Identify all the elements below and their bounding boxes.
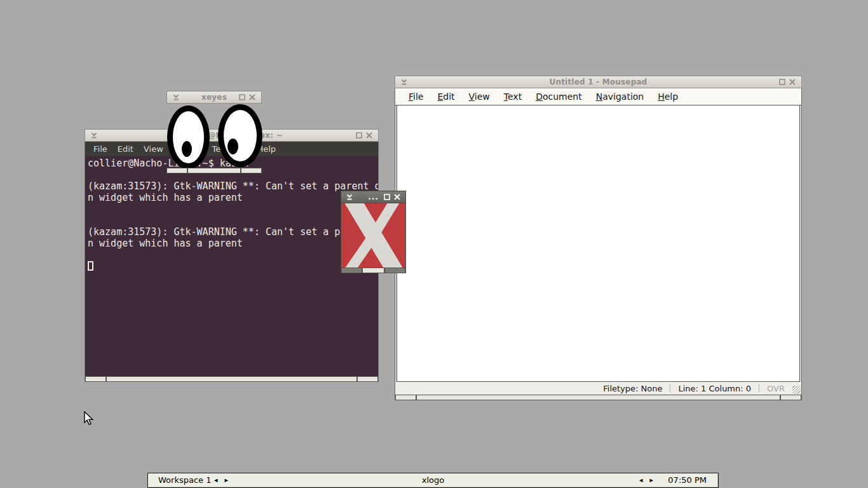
resize-handle-right[interactable] — [241, 168, 262, 173]
close-icon — [393, 193, 401, 201]
maximize-button[interactable] — [237, 92, 247, 102]
window-list-scroller: ◂ ▸ — [639, 473, 653, 487]
terminal-line: n widget which has a parent — [88, 192, 378, 203]
resize-handle-left[interactable] — [166, 168, 187, 173]
resize-grip-icon[interactable] — [792, 386, 801, 394]
close-icon — [248, 93, 256, 101]
maximize-icon — [238, 93, 246, 101]
terminal-line: n widget which has a parent — [88, 238, 378, 249]
maximize-icon — [778, 78, 786, 86]
terminal-menu-file[interactable]: File — [88, 144, 112, 154]
xeyes-bottom-frame — [166, 168, 262, 173]
mousepad-menu-edit[interactable]: Edit — [430, 92, 461, 102]
window-menu-button[interactable] — [399, 77, 409, 87]
window-menu-icon — [400, 78, 408, 86]
resize-handle-left[interactable] — [341, 268, 362, 273]
close-button[interactable] — [787, 77, 797, 87]
maximize-button[interactable] — [777, 77, 787, 87]
resize-handle-bottom[interactable] — [416, 395, 780, 400]
mousepad-text-area[interactable] — [397, 105, 800, 382]
resize-handle-bottom[interactable] — [187, 168, 241, 173]
mousepad-menu-file[interactable]: File — [402, 92, 430, 102]
maximize-button[interactable] — [354, 130, 364, 140]
xeyes-window: xeyes — [166, 91, 262, 173]
window-menu-icon — [172, 93, 180, 101]
mousepad-menu-navigation[interactable]: Navigation — [589, 92, 651, 102]
close-button[interactable] — [364, 130, 374, 140]
workspace-label[interactable]: Workspace 1 — [158, 473, 211, 487]
mousepad-window: Untitled 1 - Mousepad File Edit View Tex… — [395, 76, 802, 400]
mousepad-menu-help[interactable]: Help — [651, 92, 685, 102]
resize-handle-right[interactable] — [780, 395, 801, 400]
terminal-bottom-frame — [85, 376, 378, 382]
terminal-output[interactable]: collier@Nacho-Linux:~$ kazam (kazam:3157… — [85, 156, 378, 376]
terminal-line: (kazam:31573): Gtk-WARNING **: Can't set… — [88, 226, 378, 238]
resize-handle-right[interactable] — [357, 376, 378, 382]
close-button[interactable] — [247, 92, 257, 102]
statusbar-position: Line: 1 Column: 0 — [670, 384, 759, 393]
mousepad-menubar: File Edit View Text Document Navigation … — [395, 88, 801, 105]
x-logo-icon — [341, 203, 405, 268]
resize-handle-bottom[interactable] — [362, 268, 384, 273]
mousepad-bottom-frame — [395, 395, 801, 400]
terminal-line — [88, 203, 378, 215]
statusbar-filetype: Filetype: None — [595, 384, 670, 393]
maximize-button[interactable] — [382, 192, 392, 202]
mousepad-menu-view[interactable]: View — [462, 92, 497, 102]
terminal-menu-view[interactable]: View — [139, 144, 168, 154]
mousepad-statusbar: Filetype: None Line: 1 Column: 0 OVR — [395, 382, 801, 395]
maximize-icon — [355, 132, 363, 139]
close-icon — [789, 78, 796, 86]
taskbar: Workspace 1 ◂ ▸ xlogo ◂ ▸ 07:50 PM — [147, 473, 719, 488]
taskbar-window-button[interactable]: xlogo — [422, 473, 444, 487]
terminal-line — [88, 215, 378, 226]
xlogo-canvas — [341, 203, 405, 268]
terminal-cursor — [88, 261, 93, 271]
window-menu-icon — [90, 132, 98, 139]
xlogo-window-title: ... — [368, 193, 379, 201]
workspace-next-icon[interactable]: ▸ — [225, 473, 229, 487]
window-menu-button[interactable] — [171, 92, 181, 102]
resize-handle-left[interactable] — [395, 395, 416, 400]
terminal-cursor-line — [88, 261, 378, 272]
mousepad-menu-text[interactable]: Text — [497, 92, 529, 102]
xeyes-titlebar[interactable]: xeyes — [166, 91, 262, 104]
mousepad-titlebar[interactable]: Untitled 1 - Mousepad — [395, 76, 802, 88]
resize-handle-left[interactable] — [85, 376, 106, 382]
terminal-menu-edit[interactable]: Edit — [112, 144, 139, 154]
mousepad-window-title: Untitled 1 - Mousepad — [549, 78, 647, 86]
xlogo-bottom-frame — [341, 268, 405, 273]
window-menu-icon — [346, 193, 353, 201]
resize-handle-right[interactable] — [384, 268, 405, 273]
statusbar-overwrite-toggle[interactable]: OVR — [759, 384, 792, 393]
desktop: collier@Nacho-Linux: ~ File Edit View Se… — [0, 0, 868, 488]
mouse-cursor-icon — [83, 411, 96, 426]
resize-handle-bottom[interactable] — [106, 376, 357, 382]
clock: 07:50 PM — [668, 473, 707, 487]
window-menu-button[interactable] — [344, 192, 355, 202]
terminal-line: (kazam:31573): Gtk-WARNING **: Can't set… — [88, 180, 378, 192]
maximize-icon — [383, 193, 391, 201]
workspace-switcher: ◂ ▸ — [214, 473, 228, 487]
terminal-line — [88, 249, 378, 261]
mousepad-menu-document[interactable]: Document — [529, 92, 589, 102]
close-button[interactable] — [392, 192, 402, 202]
scroll-left-icon[interactable]: ◂ — [639, 473, 643, 487]
close-icon — [365, 132, 373, 139]
window-menu-button[interactable] — [89, 130, 99, 140]
workspace-prev-icon[interactable]: ◂ — [214, 473, 218, 487]
xlogo-titlebar[interactable]: ... — [341, 191, 406, 203]
xlogo-window: ... — [341, 191, 406, 273]
scroll-right-icon[interactable]: ▸ — [649, 473, 653, 487]
xeyes-window-title: xeyes — [201, 93, 227, 102]
